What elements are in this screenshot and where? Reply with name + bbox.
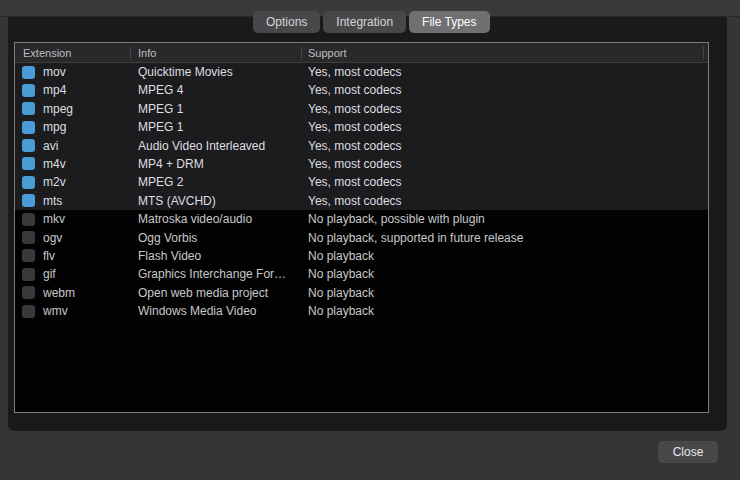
table-row[interactable]: webm Open web media project No playback [15,284,708,302]
table-row[interactable]: mts MTS (AVCHD) Yes, most codecs [15,192,708,210]
cell-extension: mpg [43,118,66,136]
cell-support: Yes, most codecs [308,118,402,136]
cell-extension: m4v [43,155,66,173]
file-type-checkbox[interactable] [22,213,35,226]
file-type-checkbox[interactable] [22,194,35,207]
cell-info: Audio Video Interleaved [138,137,303,155]
close-button[interactable]: Close [658,441,718,463]
cell-extension: webm [43,284,75,302]
tab-file-types[interactable]: File Types [409,11,489,33]
cell-support: Yes, most codecs [308,137,402,155]
table-row[interactable]: m4v MP4 + DRM Yes, most codecs [15,155,708,173]
cell-extension: gif [43,265,56,283]
cell-support: No playback, possible with plugin [308,210,485,228]
table-row[interactable]: gif Graphics Interchange For… No playbac… [15,265,708,283]
cell-support: Yes, most codecs [308,81,402,99]
cell-extension: flv [43,247,55,265]
cell-support: No playback [308,265,374,283]
column-divider [703,46,704,60]
table-row[interactable]: mpg MPEG 1 Yes, most codecs [15,118,708,136]
cell-extension: m2v [43,173,66,191]
cell-extension: wmv [43,302,68,320]
tab-integration[interactable]: Integration [323,11,406,33]
cell-info: Matroska video/audio [138,210,303,228]
column-divider [301,46,302,60]
file-type-checkbox[interactable] [22,268,35,281]
table-row[interactable]: mov Quicktime Movies Yes, most codecs [15,63,708,81]
file-type-checkbox[interactable] [22,176,35,189]
cell-support: No playback [308,284,374,302]
cell-extension: mts [43,192,62,210]
cell-support: No playback [308,302,374,320]
cell-support: Yes, most codecs [308,173,402,191]
file-type-checkbox[interactable] [22,102,35,115]
tab-options[interactable]: Options [253,11,320,33]
cell-info: MPEG 4 [138,81,303,99]
file-type-checkbox[interactable] [22,305,35,318]
cell-info: MPEG 1 [138,100,303,118]
file-type-checkbox[interactable] [22,66,35,79]
cell-support: Yes, most codecs [308,192,402,210]
tab-bar: Options Integration File Types [253,11,490,33]
cell-support: Yes, most codecs [308,100,402,118]
table-row[interactable]: m2v MPEG 2 Yes, most codecs [15,173,708,191]
table-row[interactable]: avi Audio Video Interleaved Yes, most co… [15,137,708,155]
cell-info: Graphics Interchange For… [138,265,303,283]
cell-info: Windows Media Video [138,302,303,320]
cell-info: Quicktime Movies [138,63,303,81]
table-row[interactable]: mp4 MPEG 4 Yes, most codecs [15,81,708,99]
table-row[interactable]: wmv Windows Media Video No playback [15,302,708,320]
file-type-checkbox[interactable] [22,121,35,134]
cell-extension: ogv [43,229,62,247]
file-type-checkbox[interactable] [22,249,35,262]
table-header: Extension Info Support [15,43,708,63]
table-row[interactable]: mkv Matroska video/audio No playback, po… [15,210,708,228]
cell-support: No playback [308,247,374,265]
cell-info: Open web media project [138,284,303,302]
cell-extension: mpeg [43,100,73,118]
cell-extension: mp4 [43,81,66,99]
column-header-info: Info [138,43,156,63]
cell-extension: mov [43,63,66,81]
table-row[interactable]: mpeg MPEG 1 Yes, most codecs [15,100,708,118]
column-divider [130,46,131,60]
file-type-checkbox[interactable] [22,286,35,299]
file-type-checkbox[interactable] [22,231,35,244]
cell-extension: mkv [43,210,65,228]
cell-support: Yes, most codecs [308,155,402,173]
cell-extension: avi [43,137,58,155]
file-type-checkbox[interactable] [22,157,35,170]
table-row[interactable]: ogv Ogg Vorbis No playback, supported in… [15,229,708,247]
file-type-checkbox[interactable] [22,139,35,152]
cell-info: MPEG 2 [138,173,303,191]
cell-info: Flash Video [138,247,303,265]
cell-info: Ogg Vorbis [138,229,303,247]
cell-support: No playback, supported in future release [308,229,523,247]
cell-info: MPEG 1 [138,118,303,136]
table-row[interactable]: flv Flash Video No playback [15,247,708,265]
cell-info: MP4 + DRM [138,155,303,173]
column-header-support: Support [308,43,347,63]
file-types-table: Extension Info Support mov Quicktime Mov… [14,42,709,413]
table-body: mov Quicktime Movies Yes, most codecs mp… [15,63,708,412]
cell-support: Yes, most codecs [308,63,402,81]
file-type-checkbox[interactable] [22,84,35,97]
cell-info: MTS (AVCHD) [138,192,303,210]
column-header-extension: Extension [23,43,71,63]
